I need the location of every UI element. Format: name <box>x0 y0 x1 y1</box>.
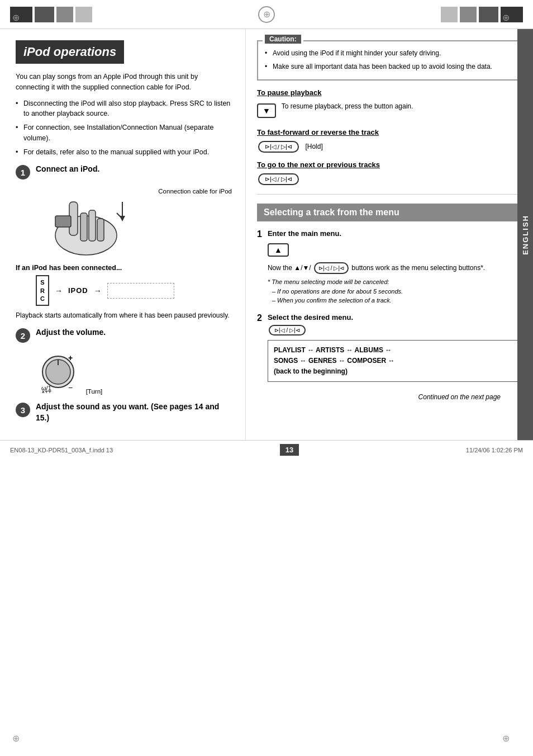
bar-block-r2 <box>460 7 477 22</box>
menu-line-2: SONGS ↔ GENRES ↔ COMPOSER ↔ <box>274 356 515 366</box>
svg-marker-5 <box>120 216 125 221</box>
svg-text:+: + <box>68 353 73 362</box>
step-2-title: Adjust the volume. <box>36 327 106 338</box>
fast-forward-heading: To fast-forward or reverse the track <box>257 128 521 136</box>
top-bar: ⊕ <box>0 0 533 29</box>
arrow-dashed-icon: → <box>94 286 102 295</box>
note-1: – If no operations are done for about 5 … <box>272 287 521 296</box>
menu-step-2-label: Select the desired menu. <box>268 313 521 322</box>
menu-options-box: PLAYLIST ↔ ARTISTS ↔ ALBUMS ↔ SONGS ↔ GE… <box>268 340 521 382</box>
sel-prev: ⊳|◁ <box>274 327 285 333</box>
intro-bullets: Disconnecting the iPod will also stop pl… <box>16 98 232 158</box>
bar-block-r3 <box>479 7 498 22</box>
step-2-number: 2 <box>16 328 30 343</box>
continued-text: Continued on the next page <box>257 393 501 401</box>
dashed-box <box>107 283 174 299</box>
volume-knob-svg: + ω/1 ATT − <box>36 348 80 393</box>
sep2: / <box>278 176 279 183</box>
connection-label: Connection cable for iPod <box>158 188 232 195</box>
english-sidebar: ENGLISH <box>517 29 533 440</box>
step-3-container: 3 Adjust the sound as you want. (See pag… <box>16 401 232 423</box>
pause-heading: To pause playback <box>257 88 521 97</box>
enter-menu-button[interactable]: ▲ <box>268 243 289 257</box>
step-3-number: 3 <box>16 403 30 417</box>
menu-step-1-content: Enter the main menu. ▲ Now the ▲/▼/ ⊳|◁/… <box>268 229 521 305</box>
prev-icon: ⊳|◁ <box>265 143 276 150</box>
step-1-number: 1 <box>16 165 30 179</box>
menu-step-2-num: 2 <box>257 313 262 323</box>
caution-label-text: Caution: <box>265 35 301 44</box>
nav-buttons[interactable]: ⊳|◁/▷|⊲ <box>314 262 349 274</box>
menu-step-2: 2 Select the desired menu. ⊳|◁/▷|⊲ PLAYL… <box>257 313 521 382</box>
hold-label: [Hold] <box>305 143 322 150</box>
selecting-title: Selecting a track from the menu <box>264 207 399 217</box>
bottom-bar: EN08-13_KD-PDR51_003A_f.indd 13 13 11/24… <box>0 440 533 459</box>
fast-forward-buttons: ⊳|◁ / ▷|⊲ [Hold] <box>257 141 521 153</box>
src-label: S <box>40 279 44 286</box>
pause-section: ▼ To resume playback, press the button a… <box>257 101 521 120</box>
svg-rect-3 <box>89 210 96 241</box>
ipod-label: IPOD <box>68 286 88 295</box>
menu-step-1: 1 Enter the main menu. ▲ Now the ▲/▼/ ⊳|… <box>257 229 521 305</box>
next-prev-track-button[interactable]: ⊳|◁ / ▷|⊲ <box>258 173 299 185</box>
pause-desc: To resume playback, press the button aga… <box>282 101 413 111</box>
r-label: R <box>40 287 45 294</box>
section-divider <box>257 194 521 195</box>
sel-next: ▷|⊲ <box>289 327 300 333</box>
reg-mark-br: ⊕ <box>502 733 510 744</box>
prev-next-button[interactable]: ⊳|◁ / ▷|⊲ <box>258 141 299 153</box>
intro-text: You can play songs from an Apple iPod th… <box>16 72 232 93</box>
src-diagram: S R C → IPOD → <box>36 275 232 306</box>
reg-mark-tl: ⊕ <box>12 12 20 23</box>
c-label: C <box>40 295 45 302</box>
caution-list: Avoid using the iPod if it might hinder … <box>265 48 513 72</box>
note-star: * The menu selecting mode will be cancel… <box>268 277 521 287</box>
menu-line-1: PLAYLIST ↔ ARTISTS ↔ ALBUMS ↔ <box>274 345 515 356</box>
next-prev-heading: To go to the next or previous tracks <box>257 160 521 169</box>
top-bar-left <box>10 7 253 22</box>
footer-right: 11/24/06 1:02:26 PM <box>466 447 523 453</box>
menu-step-1-label: Enter the main menu. <box>268 229 521 238</box>
pause-button-icon[interactable]: ▼ <box>257 103 276 118</box>
bar-block-r1 <box>441 7 458 22</box>
note-2: – When you confirm the selection of a tr… <box>272 296 521 305</box>
caution-item-2: Make sure all important data has been ba… <box>265 62 513 72</box>
step-1-container: 1 Connect an iPod. <box>16 164 232 179</box>
caution-label: Caution: <box>263 35 303 43</box>
src-box: S R C <box>36 275 49 306</box>
step-3-title: Adjust the sound as you want. (See pages… <box>36 401 232 423</box>
page-number: 13 <box>280 444 299 456</box>
content-area: iPod operations You can play songs from … <box>0 29 533 440</box>
bullet-3: For details, refer also to the manual su… <box>16 147 232 158</box>
top-bar-inner: ⊕ <box>10 6 523 23</box>
right-column: Caution: Avoid using the iPod if it migh… <box>246 29 533 440</box>
seek-next-icon: ▷|⊲ <box>281 176 292 183</box>
svg-text:−: − <box>68 383 73 392</box>
top-bar-right <box>280 7 523 22</box>
volume-diagram: + ω/1 ATT − [Turn] <box>36 348 232 395</box>
compass-icon: ⊕ <box>258 6 275 23</box>
menu-step-1-num: 1 <box>257 229 262 239</box>
nav-prev: ⊳|◁ <box>318 264 329 272</box>
bullet-2: For connection, see Installation/Connect… <box>16 122 232 144</box>
section-title: iPod operations <box>16 40 124 64</box>
svg-rect-2 <box>80 213 87 241</box>
menu-step-1-desc: Now the ▲/▼/ ⊳|◁/▷|⊲ buttons work as the… <box>268 262 521 274</box>
next-icon: ▷|⊲ <box>281 143 292 150</box>
footer-left: EN08-13_KD-PDR51_003A_f.indd 13 <box>10 447 113 453</box>
select-menu-button[interactable]: ⊳|◁/▷|⊲ <box>269 325 306 336</box>
svg-rect-6 <box>55 216 71 227</box>
caution-box: Caution: Avoid using the iPod if it migh… <box>257 40 521 81</box>
if-connected-heading: If an iPod has been connected... <box>16 264 232 272</box>
menu-step-2-content: Select the desired menu. ⊳|◁/▷|⊲ PLAYLIS… <box>268 313 521 382</box>
bar-block-2 <box>35 7 54 22</box>
selecting-section-header: Selecting a track from the menu <box>257 204 521 221</box>
step-2-container: 2 Adjust the volume. <box>16 327 232 343</box>
turn-label: [Turn] <box>86 388 103 395</box>
bar-block-3 <box>56 7 73 22</box>
caution-item-1: Avoid using the iPod if it might hinder … <box>265 48 513 58</box>
reg-mark-tr: ⊕ <box>502 12 510 23</box>
menu-line-3: (back to the beginning) <box>274 366 515 377</box>
next-prev-buttons: ⊳|◁ / ▷|⊲ <box>257 173 521 185</box>
playback-text: Playback starts automatically from where… <box>16 310 232 320</box>
